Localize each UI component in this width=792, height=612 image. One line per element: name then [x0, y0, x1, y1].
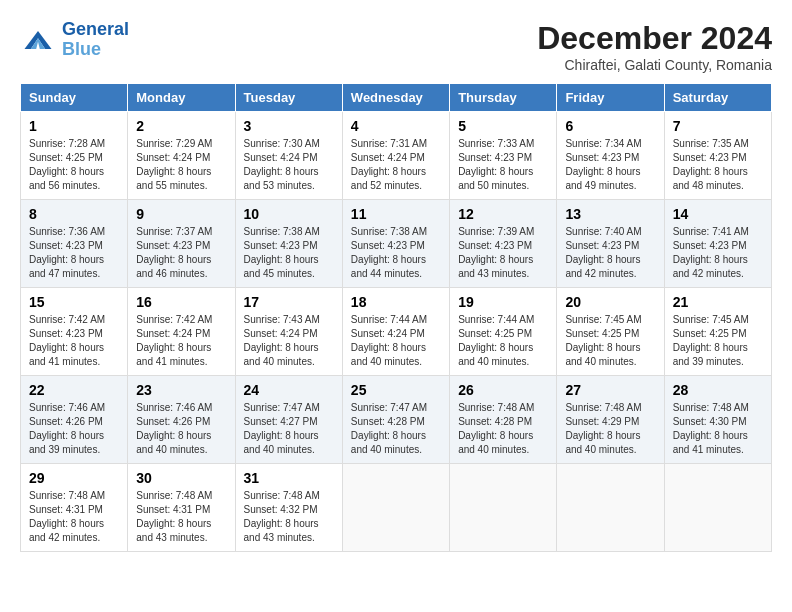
sunrise-label: Sunrise: 7:30 AM	[244, 138, 320, 149]
day-info: Sunrise: 7:34 AM Sunset: 4:23 PM Dayligh…	[565, 137, 655, 193]
sunrise-label: Sunrise: 7:48 AM	[136, 490, 212, 501]
day-info: Sunrise: 7:44 AM Sunset: 4:24 PM Dayligh…	[351, 313, 441, 369]
title-block: December 2024 Chiraftei, Galati County, …	[537, 20, 772, 73]
day-number: 31	[244, 470, 334, 486]
calendar-day-cell	[664, 464, 771, 552]
sunrise-label: Sunrise: 7:38 AM	[244, 226, 320, 237]
daylight-label: Daylight: 8 hours and 49 minutes.	[565, 166, 640, 191]
calendar-day-cell	[450, 464, 557, 552]
sunset-label: Sunset: 4:23 PM	[458, 152, 532, 163]
day-number: 11	[351, 206, 441, 222]
day-number: 12	[458, 206, 548, 222]
sunset-label: Sunset: 4:23 PM	[29, 328, 103, 339]
sunset-label: Sunset: 4:30 PM	[673, 416, 747, 427]
day-info: Sunrise: 7:40 AM Sunset: 4:23 PM Dayligh…	[565, 225, 655, 281]
calendar-day-cell: 9 Sunrise: 7:37 AM Sunset: 4:23 PM Dayli…	[128, 200, 235, 288]
day-number: 8	[29, 206, 119, 222]
day-info: Sunrise: 7:48 AM Sunset: 4:31 PM Dayligh…	[29, 489, 119, 545]
day-number: 16	[136, 294, 226, 310]
calendar-day-cell: 16 Sunrise: 7:42 AM Sunset: 4:24 PM Dayl…	[128, 288, 235, 376]
logo-icon	[20, 22, 56, 58]
sunset-label: Sunset: 4:23 PM	[673, 152, 747, 163]
calendar-day-cell: 21 Sunrise: 7:45 AM Sunset: 4:25 PM Dayl…	[664, 288, 771, 376]
col-thursday: Thursday	[450, 84, 557, 112]
day-info: Sunrise: 7:48 AM Sunset: 4:31 PM Dayligh…	[136, 489, 226, 545]
sunrise-label: Sunrise: 7:44 AM	[351, 314, 427, 325]
sunset-label: Sunset: 4:23 PM	[351, 240, 425, 251]
calendar-day-cell: 20 Sunrise: 7:45 AM Sunset: 4:25 PM Dayl…	[557, 288, 664, 376]
sunrise-label: Sunrise: 7:45 AM	[565, 314, 641, 325]
calendar-day-cell: 2 Sunrise: 7:29 AM Sunset: 4:24 PM Dayli…	[128, 112, 235, 200]
calendar-week-row: 8 Sunrise: 7:36 AM Sunset: 4:23 PM Dayli…	[21, 200, 772, 288]
sunrise-label: Sunrise: 7:48 AM	[673, 402, 749, 413]
sunset-label: Sunset: 4:25 PM	[458, 328, 532, 339]
sunrise-label: Sunrise: 7:35 AM	[673, 138, 749, 149]
calendar-day-cell: 13 Sunrise: 7:40 AM Sunset: 4:23 PM Dayl…	[557, 200, 664, 288]
sunrise-label: Sunrise: 7:48 AM	[565, 402, 641, 413]
daylight-label: Daylight: 8 hours and 40 minutes.	[351, 430, 426, 455]
day-number: 22	[29, 382, 119, 398]
day-number: 17	[244, 294, 334, 310]
day-number: 30	[136, 470, 226, 486]
daylight-label: Daylight: 8 hours and 46 minutes.	[136, 254, 211, 279]
daylight-label: Daylight: 8 hours and 39 minutes.	[29, 430, 104, 455]
day-info: Sunrise: 7:29 AM Sunset: 4:24 PM Dayligh…	[136, 137, 226, 193]
day-info: Sunrise: 7:48 AM Sunset: 4:29 PM Dayligh…	[565, 401, 655, 457]
sunrise-label: Sunrise: 7:37 AM	[136, 226, 212, 237]
daylight-label: Daylight: 8 hours and 43 minutes.	[244, 518, 319, 543]
daylight-label: Daylight: 8 hours and 44 minutes.	[351, 254, 426, 279]
sunrise-label: Sunrise: 7:34 AM	[565, 138, 641, 149]
day-info: Sunrise: 7:36 AM Sunset: 4:23 PM Dayligh…	[29, 225, 119, 281]
sunrise-label: Sunrise: 7:48 AM	[29, 490, 105, 501]
daylight-label: Daylight: 8 hours and 56 minutes.	[29, 166, 104, 191]
sunrise-label: Sunrise: 7:45 AM	[673, 314, 749, 325]
day-info: Sunrise: 7:33 AM Sunset: 4:23 PM Dayligh…	[458, 137, 548, 193]
location-subtitle: Chiraftei, Galati County, Romania	[537, 57, 772, 73]
calendar-day-cell: 25 Sunrise: 7:47 AM Sunset: 4:28 PM Dayl…	[342, 376, 449, 464]
sunset-label: Sunset: 4:28 PM	[351, 416, 425, 427]
calendar-day-cell	[342, 464, 449, 552]
daylight-label: Daylight: 8 hours and 41 minutes.	[673, 430, 748, 455]
sunset-label: Sunset: 4:23 PM	[29, 240, 103, 251]
day-info: Sunrise: 7:42 AM Sunset: 4:24 PM Dayligh…	[136, 313, 226, 369]
calendar-week-row: 29 Sunrise: 7:48 AM Sunset: 4:31 PM Dayl…	[21, 464, 772, 552]
sunset-label: Sunset: 4:23 PM	[673, 240, 747, 251]
calendar-day-cell: 29 Sunrise: 7:48 AM Sunset: 4:31 PM Dayl…	[21, 464, 128, 552]
calendar-day-cell: 8 Sunrise: 7:36 AM Sunset: 4:23 PM Dayli…	[21, 200, 128, 288]
sunrise-label: Sunrise: 7:28 AM	[29, 138, 105, 149]
sunset-label: Sunset: 4:29 PM	[565, 416, 639, 427]
daylight-label: Daylight: 8 hours and 40 minutes.	[565, 342, 640, 367]
sunrise-label: Sunrise: 7:47 AM	[244, 402, 320, 413]
day-info: Sunrise: 7:44 AM Sunset: 4:25 PM Dayligh…	[458, 313, 548, 369]
sunset-label: Sunset: 4:24 PM	[351, 328, 425, 339]
sunset-label: Sunset: 4:23 PM	[458, 240, 532, 251]
day-number: 1	[29, 118, 119, 134]
daylight-label: Daylight: 8 hours and 40 minutes.	[351, 342, 426, 367]
calendar-day-cell: 17 Sunrise: 7:43 AM Sunset: 4:24 PM Dayl…	[235, 288, 342, 376]
calendar-day-cell: 22 Sunrise: 7:46 AM Sunset: 4:26 PM Dayl…	[21, 376, 128, 464]
daylight-label: Daylight: 8 hours and 42 minutes.	[565, 254, 640, 279]
calendar-week-row: 15 Sunrise: 7:42 AM Sunset: 4:23 PM Dayl…	[21, 288, 772, 376]
calendar-day-cell: 15 Sunrise: 7:42 AM Sunset: 4:23 PM Dayl…	[21, 288, 128, 376]
calendar-day-cell: 23 Sunrise: 7:46 AM Sunset: 4:26 PM Dayl…	[128, 376, 235, 464]
daylight-label: Daylight: 8 hours and 55 minutes.	[136, 166, 211, 191]
day-number: 6	[565, 118, 655, 134]
col-sunday: Sunday	[21, 84, 128, 112]
daylight-label: Daylight: 8 hours and 50 minutes.	[458, 166, 533, 191]
calendar-day-cell: 11 Sunrise: 7:38 AM Sunset: 4:23 PM Dayl…	[342, 200, 449, 288]
calendar-header-row: Sunday Monday Tuesday Wednesday Thursday…	[21, 84, 772, 112]
daylight-label: Daylight: 8 hours and 40 minutes.	[458, 342, 533, 367]
daylight-label: Daylight: 8 hours and 40 minutes.	[565, 430, 640, 455]
day-number: 27	[565, 382, 655, 398]
calendar-day-cell: 1 Sunrise: 7:28 AM Sunset: 4:25 PM Dayli…	[21, 112, 128, 200]
daylight-label: Daylight: 8 hours and 41 minutes.	[136, 342, 211, 367]
col-wednesday: Wednesday	[342, 84, 449, 112]
day-number: 28	[673, 382, 763, 398]
col-saturday: Saturday	[664, 84, 771, 112]
day-info: Sunrise: 7:45 AM Sunset: 4:25 PM Dayligh…	[565, 313, 655, 369]
day-info: Sunrise: 7:41 AM Sunset: 4:23 PM Dayligh…	[673, 225, 763, 281]
day-number: 21	[673, 294, 763, 310]
calendar-table: Sunday Monday Tuesday Wednesday Thursday…	[20, 83, 772, 552]
day-info: Sunrise: 7:47 AM Sunset: 4:27 PM Dayligh…	[244, 401, 334, 457]
calendar-day-cell: 27 Sunrise: 7:48 AM Sunset: 4:29 PM Dayl…	[557, 376, 664, 464]
